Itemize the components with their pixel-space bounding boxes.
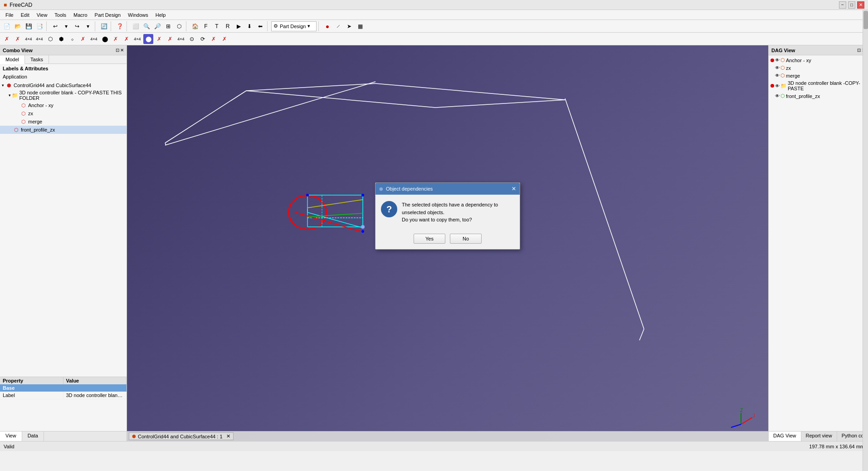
view-rear[interactable]: ▶ — [234, 21, 244, 31]
sketch-btn17[interactable]: 4×4 — [176, 34, 186, 44]
sketch-btn5[interactable]: ⬡ — [45, 34, 55, 44]
view-top[interactable]: T — [212, 21, 222, 31]
expand-root: ▾ — [0, 83, 5, 88]
tree-root[interactable]: ▾ ⬢ ControlGrid44 and CubicSurface44 — [0, 81, 127, 89]
sketch-btn15[interactable]: ✗ — [154, 34, 164, 44]
sketch-btn4[interactable]: 4×4 — [34, 34, 44, 44]
dag-item-zx[interactable]: 👁 ⬡ zx — [769, 64, 868, 72]
workbench-dropdown[interactable]: ⚙ Part Design ▾ — [271, 21, 317, 31]
btn-arrow[interactable]: ➤ — [344, 21, 354, 31]
sketch-btn20[interactable]: ✗ — [209, 34, 219, 44]
redo-button[interactable]: ↪ — [72, 21, 82, 31]
tab-model[interactable]: Model — [0, 55, 25, 64]
save-button[interactable]: 💾 — [24, 21, 34, 31]
sketch-btn14[interactable]: ⬤ — [143, 34, 153, 44]
view-front[interactable]: F — [201, 21, 211, 31]
sketch-btn7[interactable]: ⬦ — [67, 34, 77, 44]
viewport[interactable]: 2.0 ms / 500.0 fps X Z ⬢ ControlGrid44 a… — [127, 45, 768, 441]
menu-view[interactable]: View — [33, 11, 51, 19]
dag-eye-front[interactable]: 👁 — [775, 93, 780, 98]
box-view[interactable]: ⬜ — [131, 21, 141, 31]
dag-scrollbar[interactable] — [863, 55, 868, 431]
sketch-btn8[interactable]: ✗ — [78, 34, 88, 44]
tree-zx[interactable]: ⬡ zx — [0, 109, 127, 118]
sketch-btn9[interactable]: 4×4 — [89, 34, 99, 44]
tree-folder[interactable]: ▾ 📁 3D node controller blank - COPY-PAST… — [0, 89, 127, 101]
zoom-fit[interactable]: ⊞ — [163, 21, 173, 31]
tree-merge[interactable]: ⬡ merge — [0, 118, 127, 126]
sketch-btn21[interactable]: ✗ — [219, 34, 229, 44]
maximize-button[interactable]: □ — [848, 1, 855, 9]
sketch-btn1[interactable]: ✗ — [2, 34, 12, 44]
btn-shapes[interactable]: ▦ — [355, 21, 365, 31]
whats-this[interactable]: ❓ — [115, 21, 125, 31]
menu-part-design[interactable]: Part Design — [91, 11, 124, 19]
dag-item-anchor[interactable]: 👁 ⬡ Anchor - xy — [769, 56, 868, 64]
sketch-btn2[interactable]: ✗ — [13, 34, 23, 44]
menu-help[interactable]: Help — [152, 11, 170, 19]
tab-view[interactable]: View — [0, 432, 22, 441]
menu-macro[interactable]: Macro — [70, 11, 91, 19]
zoom-in[interactable]: 🔍 — [141, 21, 151, 31]
save-copy-button[interactable]: 📑 — [34, 21, 44, 31]
svg-text:X: X — [753, 413, 755, 418]
sketch-btn18[interactable]: ⊙ — [187, 34, 197, 44]
redo-dropdown[interactable]: ▾ — [83, 21, 93, 31]
open-button[interactable]: 📂 — [13, 21, 23, 31]
tab-data[interactable]: Data — [22, 432, 44, 441]
menu-file[interactable]: File — [2, 11, 17, 19]
zoom-out[interactable]: 🔎 — [152, 21, 162, 31]
tab-dag-view[interactable]: DAG View — [769, 432, 801, 441]
dag-item-merge[interactable]: 👁 ⬡ merge — [769, 72, 868, 79]
dag-dot-merge — [770, 74, 774, 78]
viewport-tab-close[interactable]: ✕ — [226, 433, 230, 439]
status-dimensions: 197.78 mm x 136.64 mm — [809, 444, 864, 449]
dag-item-front[interactable]: 👁 ⬡ front_profile_zx — [769, 92, 868, 100]
sketch-btn10[interactable]: ⬤ — [100, 34, 110, 44]
viewport-tab[interactable]: ⬢ ControlGrid44 and CubicSurface44 : 1 ✕ — [129, 432, 234, 440]
view-home[interactable]: 🏠 — [190, 21, 200, 31]
dialog-yes-button[interactable]: Yes — [414, 234, 445, 244]
close-button[interactable]: ✕ — [857, 1, 864, 9]
btn-red1[interactable]: ● — [322, 21, 332, 31]
sketch-btn11[interactable]: ✗ — [111, 34, 121, 44]
undo-button[interactable]: ↩ — [50, 21, 60, 31]
cube-view[interactable]: ⬡ — [174, 21, 184, 31]
undo-dropdown[interactable]: ▾ — [61, 21, 71, 31]
tab-tasks[interactable]: Tasks — [25, 55, 49, 64]
sep7 — [318, 21, 321, 31]
minimize-button[interactable]: − — [839, 1, 846, 9]
sketch-btn12[interactable]: ✗ — [122, 34, 132, 44]
view-right[interactable]: R — [223, 21, 233, 31]
menu-tools[interactable]: Tools — [51, 11, 70, 19]
tree-anchor-xy[interactable]: ⬡ Anchor - xy — [0, 101, 127, 109]
dag-item-3dnode[interactable]: 👁 📁 3D node controller blank -COPY-PASTE — [769, 79, 868, 92]
sketch-btn19[interactable]: ⟳ — [198, 34, 208, 44]
sep2 — [95, 21, 97, 31]
new-button[interactable]: 📄 — [2, 21, 12, 31]
dag-file-front: ⬡ — [780, 93, 785, 99]
combo-float-btn[interactable]: ⊡ — [116, 48, 119, 53]
tab-report-view[interactable]: Report view — [801, 432, 837, 441]
sketch-btn6[interactable]: ⬢ — [56, 34, 66, 44]
left-panel: Combo View ⊡ ✕ Model Tasks Labels & Attr… — [0, 45, 127, 441]
sketch-btn16[interactable]: ✗ — [165, 34, 175, 44]
dialog-close-btn[interactable]: ✕ — [512, 186, 516, 192]
btn-line[interactable]: ⟋ — [333, 21, 343, 31]
menu-edit[interactable]: Edit — [17, 11, 33, 19]
dag-eye-zx[interactable]: 👁 — [775, 65, 780, 70]
combo-close-btn[interactable]: ✕ — [120, 48, 124, 53]
dag-eye-merge[interactable]: 👁 — [775, 73, 780, 78]
tree-front-profile[interactable]: ⬡ front_profile_zx — [0, 126, 127, 134]
dag-eye-anchor[interactable]: 👁 — [775, 58, 780, 63]
menu-windows[interactable]: Windows — [124, 11, 152, 19]
dialog-content: ? The selected objects have a dependency… — [375, 195, 520, 230]
view-left[interactable]: ⬅ — [255, 21, 265, 31]
refresh-button[interactable]: 🔄 — [99, 21, 109, 31]
view-bottom[interactable]: ⬇ — [244, 21, 254, 31]
dag-eye-3dnode[interactable]: 👁 — [775, 83, 780, 88]
dialog-no-button[interactable]: No — [450, 234, 482, 244]
sketch-btn13[interactable]: 4×4 — [132, 34, 142, 44]
dag-float-btn[interactable]: ⊡ — [857, 48, 861, 53]
sketch-btn3[interactable]: 4×4 — [24, 34, 34, 44]
